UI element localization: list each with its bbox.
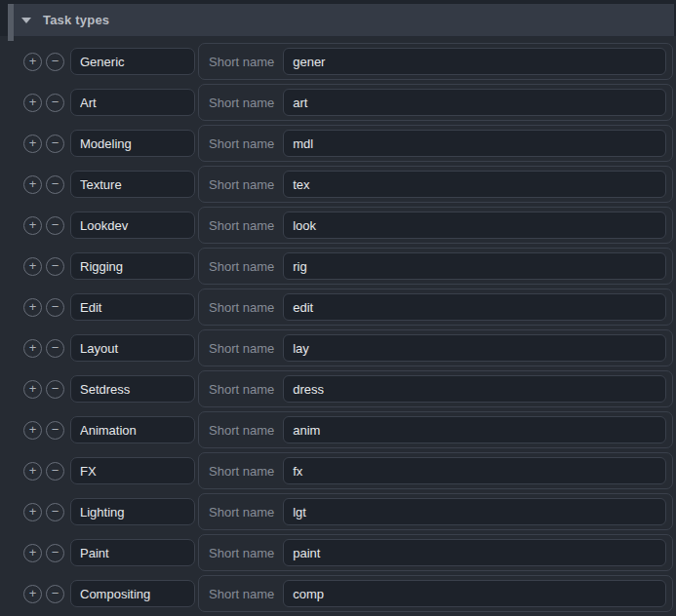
remove-task-type-button[interactable]: − [46,175,64,194]
add-task-type-button[interactable]: + [23,298,42,317]
panel-header-wrap: Task types [0,0,676,36]
short-name-input[interactable] [283,334,666,362]
short-name-input[interactable] [283,498,666,525]
add-task-type-button[interactable]: + [23,544,42,562]
short-name-label: Short name [209,136,274,151]
short-name-input[interactable] [283,293,666,321]
short-name-input[interactable] [283,212,666,239]
task-name-input[interactable] [70,130,195,157]
short-name-input[interactable] [283,89,666,116]
task-type-row: + − Short name [23,166,673,203]
short-name-input[interactable] [283,171,666,198]
task-name-input[interactable] [70,171,195,198]
task-type-row: + − Short name [23,452,673,489]
short-name-label: Short name [209,300,274,315]
task-name-input[interactable] [70,48,195,75]
short-name-group: Short name [198,84,673,121]
short-name-input[interactable] [283,252,666,280]
task-name-input[interactable] [70,293,195,321]
short-name-group: Short name [198,493,673,530]
add-task-type-button[interactable]: + [23,339,42,358]
short-name-input[interactable] [283,375,666,403]
header-accent-bar [8,4,14,41]
short-name-input[interactable] [283,416,666,443]
remove-task-type-button[interactable]: − [46,298,64,317]
task-name-input[interactable] [70,252,195,280]
task-types-header[interactable]: Task types [8,4,674,36]
add-task-type-button[interactable]: + [23,135,42,153]
add-task-type-button[interactable]: + [23,462,42,481]
task-type-row: + − Short name [23,370,673,407]
remove-task-type-button[interactable]: − [46,380,64,399]
short-name-group: Short name [198,289,673,326]
add-task-type-button[interactable]: + [23,53,42,71]
short-name-group: Short name [198,43,673,80]
collapse-caret-icon[interactable] [21,18,31,23]
task-name-input[interactable] [70,334,195,362]
remove-task-type-button[interactable]: − [46,421,64,440]
short-name-label: Short name [209,464,274,479]
remove-task-type-button[interactable]: − [46,53,64,71]
short-name-input[interactable] [283,539,666,566]
add-task-type-button[interactable]: + [23,216,42,235]
short-name-group: Short name [198,207,673,244]
short-name-label: Short name [209,546,274,560]
add-task-type-button[interactable]: + [23,94,42,112]
add-task-type-button[interactable]: + [23,585,42,603]
remove-task-type-button[interactable]: − [46,216,64,235]
short-name-group: Short name [198,329,673,366]
short-name-input[interactable] [283,580,666,607]
add-task-type-button[interactable]: + [23,175,42,194]
task-type-row: + − Short name [23,329,673,366]
task-type-row: + − Short name [23,575,673,612]
remove-task-type-button[interactable]: − [46,585,64,603]
task-name-input[interactable] [70,375,195,403]
add-task-type-button[interactable]: + [23,380,42,399]
task-name-input[interactable] [70,580,195,607]
task-name-input[interactable] [70,416,195,443]
add-task-type-button[interactable]: + [23,257,42,276]
task-name-input[interactable] [70,498,195,525]
short-name-group: Short name [198,411,673,448]
short-name-group: Short name [198,575,673,612]
short-name-label: Short name [209,382,274,397]
short-name-group: Short name [198,166,673,203]
remove-task-type-button[interactable]: − [46,135,64,153]
short-name-group: Short name [198,534,673,571]
short-name-group: Short name [198,370,673,407]
remove-task-type-button[interactable]: − [46,94,64,112]
panel-title: Task types [43,13,109,27]
task-name-input[interactable] [70,212,195,239]
short-name-label: Short name [209,177,274,192]
task-type-row: + − Short name [23,248,673,285]
task-type-row: + − Short name [23,534,673,571]
task-name-input[interactable] [70,539,195,566]
short-name-label: Short name [209,96,274,110]
add-task-type-button[interactable]: + [23,421,42,440]
task-type-row: + − Short name [23,125,673,162]
short-name-group: Short name [198,452,673,489]
remove-task-type-button[interactable]: − [46,503,64,521]
add-task-type-button[interactable]: + [23,503,42,521]
remove-task-type-button[interactable]: − [46,544,64,562]
short-name-input[interactable] [283,457,666,484]
remove-task-type-button[interactable]: − [46,339,64,358]
task-types-panel: Task types + − Short name + − Short name… [0,0,676,612]
short-name-label: Short name [209,218,274,233]
short-name-label: Short name [209,505,274,520]
task-type-rows: + − Short name + − Short name + − Short … [0,36,676,612]
task-name-input[interactable] [70,89,195,116]
short-name-group: Short name [198,125,673,162]
short-name-label: Short name [209,341,274,356]
task-type-row: + − Short name [23,493,673,530]
task-type-row: + − Short name [23,207,673,244]
short-name-label: Short name [209,259,274,274]
task-type-row: + − Short name [23,289,673,326]
remove-task-type-button[interactable]: − [46,462,64,481]
short-name-input[interactable] [283,48,666,75]
task-name-input[interactable] [70,457,195,484]
remove-task-type-button[interactable]: − [46,257,64,276]
task-type-row: + − Short name [23,84,673,121]
short-name-input[interactable] [283,130,666,157]
short-name-group: Short name [198,248,673,285]
